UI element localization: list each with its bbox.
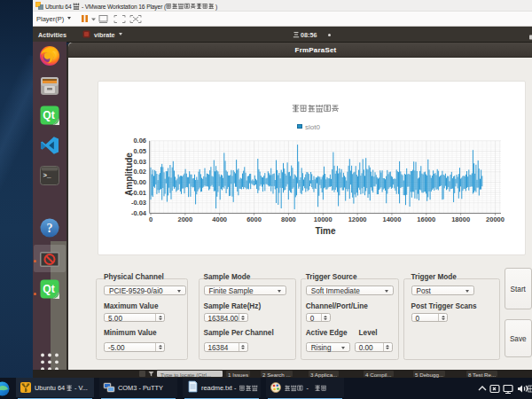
svg-text:Qt: Qt — [43, 283, 54, 295]
svg-text:Qt: Qt — [43, 109, 54, 121]
svg-text:?: ? — [47, 222, 53, 235]
svg-text:>_: >_ — [43, 172, 52, 179]
